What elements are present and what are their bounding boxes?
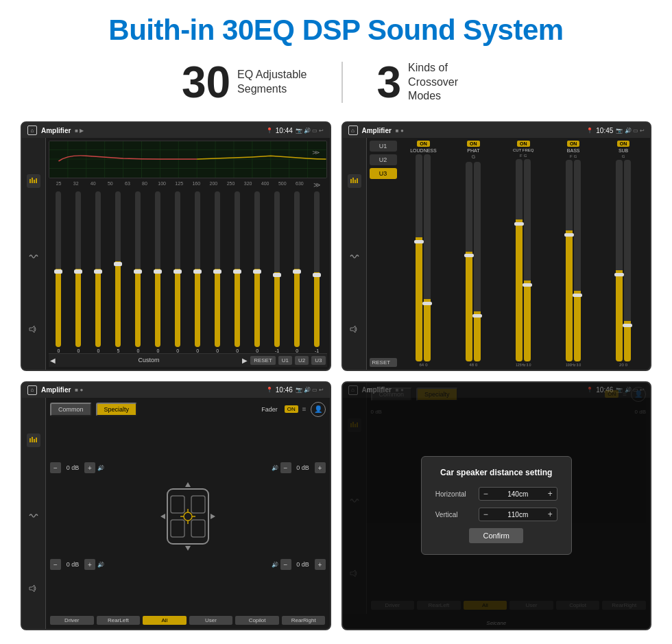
db-plus-2[interactable]: + — [315, 462, 326, 473]
zone-driver[interactable]: Driver — [50, 616, 94, 625]
screen2-preset-col: U1 U2 U3 RESET — [370, 141, 397, 367]
screen2-eq-icon[interactable] — [348, 174, 361, 188]
dialog-vertical-minus[interactable]: − — [483, 510, 488, 519]
screen1-sidebar — [22, 138, 46, 370]
u2-btn[interactable]: U2 — [295, 356, 309, 365]
screen3-status-left: ⌂ Amplifier ■ ● — [27, 385, 83, 395]
svg-rect-32 — [36, 438, 37, 442]
db-minus-1[interactable]: − — [50, 559, 61, 570]
db-control-3: 🔊 − 0 dB + — [272, 559, 326, 570]
eq-slider-10: 0 — [248, 191, 267, 353]
screen3-status-icons: 📍 10:46 📷 🔊 ▭ ↩ — [266, 386, 324, 394]
svg-rect-30 — [32, 437, 33, 442]
svg-rect-31 — [34, 439, 35, 442]
stat-eq: 30 EQ AdjustableSegments — [147, 60, 341, 104]
screen2-reset-btn[interactable]: RESET — [370, 358, 397, 367]
page-container: Buith-in 30EQ DSP Sound System 30 EQ Adj… — [0, 0, 672, 644]
screen3-speaker-icon[interactable] — [29, 584, 38, 593]
distance-dialog-overlay: Car speaker distance setting Horizontal … — [343, 383, 651, 630]
screen3-home-icon[interactable]: ⌂ — [27, 385, 37, 395]
dialog-vertical-plus[interactable]: + — [548, 510, 553, 519]
ch-loudness-toggle[interactable]: ON — [417, 141, 430, 147]
zone-rearleft[interactable]: RearLeft — [97, 616, 141, 625]
screen1-home-icon[interactable]: ⌂ — [27, 126, 37, 135]
ch-bass-name: BASS — [567, 148, 580, 153]
screen2-home-icon[interactable]: ⌂ — [348, 126, 358, 135]
preset-u1[interactable]: U1 — [370, 141, 397, 152]
u3-btn[interactable]: U3 — [311, 356, 325, 365]
screen3-specialty-area: Common Specialty Fader ON ≡ 👤 − 0 dB — [46, 398, 330, 630]
sidebar-eq-icon[interactable] — [27, 174, 40, 188]
screen1-status-icons: 📍 10:44 📷 🔊 ▭ ↩ — [266, 127, 324, 134]
svg-rect-29 — [29, 438, 31, 442]
ch-bass: ON BASS FG — [549, 141, 597, 367]
stat-crossover-desc: Kinds ofCrossover Modes — [408, 61, 490, 104]
btn-specialty[interactable]: Specialty — [96, 403, 138, 416]
db-plus-1[interactable]: + — [84, 559, 95, 570]
profile-icon[interactable]: 👤 — [311, 402, 326, 417]
screen3-eq-icon[interactable] — [27, 433, 40, 447]
speaker-icon-tr: 🔊 — [272, 465, 278, 471]
screen2-status-left: ⌂ Amplifier ■ ● — [348, 126, 404, 135]
ch-sub-name: SUB — [619, 148, 628, 153]
u1-btn[interactable]: U1 — [278, 356, 292, 365]
ch-phat-toggle[interactable]: ON — [467, 141, 480, 147]
fader-icon: ≡ — [302, 405, 307, 413]
svg-marker-45 — [185, 546, 191, 551]
ch-loudness-sliders — [416, 154, 431, 361]
ch-sub-toggle[interactable]: ON — [617, 141, 630, 147]
screen3-wave-icon[interactable] — [29, 512, 38, 519]
ch-bass-toggle[interactable]: ON — [567, 141, 580, 147]
db-plus-0[interactable]: + — [84, 462, 95, 473]
screen3-bottom-row: Driver RearLeft All User Copilot RearRig… — [50, 616, 326, 625]
svg-rect-34 — [167, 489, 208, 544]
fader-label: Fader — [261, 406, 278, 413]
screen3-time: 10:46 — [276, 386, 293, 394]
screen2-wave-icon[interactable] — [350, 253, 359, 260]
screen2-channels: ON LOUDNESS — [400, 141, 648, 367]
zone-rearright[interactable]: RearRight — [282, 616, 326, 625]
preset-u2[interactable]: U2 — [370, 154, 397, 165]
zone-all[interactable]: All — [143, 616, 187, 625]
ch-phat: ON PHAT G — [449, 141, 497, 367]
eq-prev-btn[interactable]: ◀ — [50, 357, 56, 364]
btn-common[interactable]: Common — [50, 403, 92, 416]
screen1-bottom-bar: ◀ Custom ▶ RESET U1 U2 U3 — [49, 353, 327, 367]
screen2-speaker-icon[interactable] — [350, 325, 359, 333]
screen2-time: 10:45 — [596, 127, 613, 134]
preset-u3[interactable]: U3 — [370, 168, 397, 179]
db-plus-3[interactable]: + — [315, 559, 326, 570]
ch-loudness: ON LOUDNESS — [400, 141, 448, 367]
screen3-right-controls: 🔊 − 0 dB + 🔊 − 0 dB + — [272, 421, 326, 612]
screen2-crossover-area: U1 U2 U3 RESET ON LOUDNESS — [367, 138, 651, 370]
eq-slider-7: 0 — [188, 191, 208, 353]
zone-copilot[interactable]: Copilot — [235, 616, 279, 625]
ch-phat-sliders — [466, 162, 481, 361]
sidebar-speaker-icon[interactable] — [29, 325, 38, 333]
zone-user[interactable]: User — [189, 616, 233, 625]
eq-label-12: 400 — [256, 181, 274, 189]
reset-btn[interactable]: RESET — [250, 356, 276, 365]
dialog-horizontal-minus[interactable]: − — [483, 489, 488, 499]
screen-3-specialty: ⌂ Amplifier ■ ● 📍 10:46 📷 🔊 ▭ ↩ — [21, 381, 331, 631]
screen1-status-bar: ⌂ Amplifier ■ ▶ 📍 10:44 📷 🔊 ▭ ↩ — [22, 123, 330, 138]
stat-eq-number: 30 — [182, 60, 230, 104]
dialog-horizontal-plus[interactable]: + — [548, 489, 553, 499]
ch-cutfreq-toggle[interactable]: ON — [517, 141, 530, 147]
fader-toggle[interactable]: ON — [285, 405, 298, 413]
db-minus-3[interactable]: − — [280, 559, 291, 570]
ch-cutfreq-sliders — [516, 159, 531, 361]
eq-slider-6: 0 — [168, 191, 188, 353]
eq-next-btn[interactable]: ▶ — [242, 357, 248, 364]
db-minus-0[interactable]: − — [50, 462, 61, 473]
db-minus-2[interactable]: − — [280, 462, 291, 473]
sidebar-wave-icon[interactable] — [29, 253, 38, 260]
dialog-title: Car speaker distance setting — [435, 468, 557, 477]
svg-rect-38 — [191, 520, 205, 537]
screen3-speaker-layout: − 0 dB + 🔊 − 0 dB + 🔊 — [50, 421, 326, 612]
screen-1-eq: ⌂ Amplifier ■ ▶ 📍 10:44 📷 🔊 ▭ ↩ — [21, 121, 331, 371]
confirm-button[interactable]: Confirm — [469, 528, 523, 543]
db-value-2: 0 dB — [293, 464, 313, 471]
svg-text:≫: ≫ — [312, 150, 319, 156]
eq-scroll-btn[interactable]: ≫ — [308, 181, 325, 189]
